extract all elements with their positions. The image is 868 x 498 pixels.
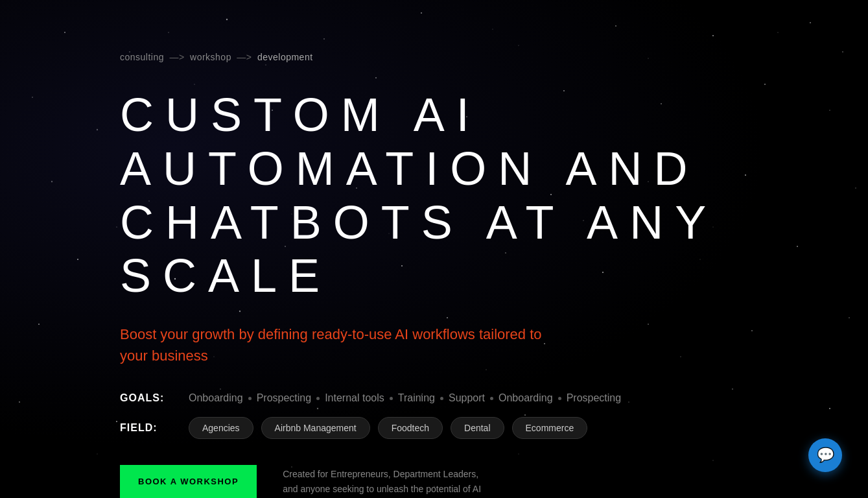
goal-text: Onboarding [499,392,553,404]
goal-item: Prospecting [248,392,312,404]
field-tag[interactable]: Airbnb Management [261,417,370,439]
book-workshop-button[interactable]: BOOK A WORKSHOP [120,465,257,498]
goal-separator [558,397,561,400]
title-line-1: CUSTOM AI AUTOMATION AND [120,88,748,196]
main-title: CUSTOM AI AUTOMATION AND CHATBOTS AT ANY… [120,88,748,303]
goals-label: GOALS: [120,392,178,404]
goal-separator [390,397,393,400]
cta-row: BOOK A WORKSHOP Created for Entrepreneur… [120,465,748,498]
goal-separator [490,397,493,400]
breadcrumb-consulting: consulting [120,52,164,62]
goal-item: Training [390,392,435,404]
breadcrumb-workshop: workshop [190,52,231,62]
cta-description-line1: Created for Entrepreneurs, Department Le… [283,467,481,481]
field-label: FIELD: [120,422,178,434]
goals-row: GOALS: OnboardingProspectingInternal too… [120,392,748,404]
goal-item: Onboarding [490,392,553,404]
field-list: AgenciesAirbnb ManagementFoodtechDentalE… [189,417,587,439]
breadcrumb-arrow-2: —> [237,52,255,62]
cta-description-line2: and anyone seeking to unleash the potent… [283,482,481,496]
goal-separator [248,397,252,400]
field-tag[interactable]: Foodtech [378,417,443,439]
goal-item: Onboarding [189,392,243,404]
breadcrumb-arrow-1: —> [169,52,187,62]
goal-text: Prospecting [257,392,312,404]
field-tag[interactable]: Dental [451,417,504,439]
cta-description: Created for Entrepreneurs, Department Le… [283,467,481,496]
goal-text: Prospecting [567,392,622,404]
goal-item: Internal tools [316,392,384,404]
hero-subtitle: Boost your growth by defining ready-to-u… [120,324,548,366]
breadcrumb: consulting —> workshop —> development [120,52,748,62]
field-tag[interactable]: Ecommerce [512,417,588,439]
goals-list: OnboardingProspectingInternal toolsTrain… [189,392,748,404]
goal-text: Support [449,392,485,404]
goal-item: Support [440,392,485,404]
field-tag[interactable]: Agencies [189,417,253,439]
goal-separator [440,397,443,400]
goal-text: Training [398,392,435,404]
breadcrumb-development: development [257,52,313,62]
support-button[interactable]: 💬 [808,438,842,472]
goal-separator [316,397,320,400]
goal-text: Onboarding [189,392,243,404]
title-line-2: CHATBOTS AT ANY SCALE [120,196,748,303]
goal-text: Internal tools [325,392,384,404]
goal-item: Prospecting [558,392,622,404]
main-content: consulting —> workshop —> development CU… [0,0,868,498]
field-row: FIELD: AgenciesAirbnb ManagementFoodtech… [120,417,748,439]
support-icon: 💬 [817,447,834,464]
